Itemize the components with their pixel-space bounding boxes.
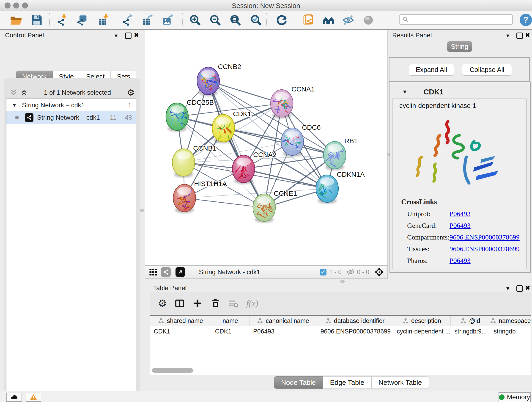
network-row-selected[interactable]: String Network – cdk1 11 48 [6, 111, 136, 124]
tab-node-table[interactable]: Node Table [274, 376, 323, 389]
houses-icon[interactable] [323, 14, 335, 26]
network-type-icon [25, 113, 33, 122]
table-panel-close-icon[interactable]: ✖ [525, 284, 530, 292]
control-panel-close-icon[interactable]: ✖ [134, 32, 139, 39]
table-panel-menu-icon[interactable]: ▾ [506, 285, 509, 292]
fit-crosshair-icon[interactable] [374, 267, 384, 277]
add-column-icon[interactable] [192, 298, 203, 308]
import-table-icon[interactable] [98, 14, 110, 26]
hidden-eye-slash-icon[interactable] [346, 268, 355, 276]
network-node-CDK1[interactable]: CDK1 [212, 110, 251, 143]
results-panel-close-icon[interactable]: ✖ [525, 32, 530, 39]
selected-checkbox-icon[interactable]: ✓ [320, 269, 326, 275]
network-canvas[interactable]: CCNB2CCNA1CDC25BCDK1CDC6RB1CCNB1CCNA2CDK… [145, 30, 388, 265]
node-label: HIST1H1A [194, 180, 227, 187]
network-selection-status: 1 of 1 Network selected [28, 89, 127, 96]
help-button[interactable]: ? [520, 14, 532, 26]
node-label: CCNA1 [291, 85, 315, 93]
collection-expand-arrow-icon[interactable]: ▼ [12, 102, 17, 108]
table-cell[interactable]: stringdb [490, 328, 531, 335]
network-list-gear-icon[interactable]: ⚙ [127, 88, 135, 98]
table-row[interactable]: CDK1CDK1P064939606.ENSP00000378699cyclin… [150, 326, 531, 337]
network-file-icon[interactable] [303, 14, 315, 26]
network-node-CCNE1[interactable]: CCNE1 [253, 190, 297, 223]
crosslink-link[interactable]: P06493 [450, 257, 471, 264]
column-header-canonical-name[interactable]: canonical name [249, 316, 317, 326]
crosslink-link[interactable]: P06493 [450, 210, 471, 218]
view-network-icon[interactable] [161, 267, 171, 277]
search-box[interactable] [399, 14, 513, 25]
cloud-status-button[interactable] [6, 393, 22, 402]
control-panel-menu-icon[interactable]: ▾ [114, 32, 118, 39]
results-panel-menu-icon[interactable]: ▾ [506, 32, 509, 39]
export-image-icon[interactable] [163, 14, 175, 26]
table-header-row: shared namenamecanonical namedatabase id… [150, 316, 531, 326]
tab-edge-table[interactable]: Edge Table [323, 376, 371, 389]
node-label: CCNA2 [253, 151, 277, 158]
network-graph[interactable]: CCNB2CCNA1CDC25BCDK1CDC6RB1CCNB1CCNA2CDK… [145, 30, 387, 265]
crosslink-link[interactable]: 9606.ENSP00000378699 [450, 245, 520, 253]
export-network-icon[interactable] [122, 14, 134, 26]
collapse-all-chevrons-icon[interactable] [10, 89, 17, 96]
zoom-selected-icon[interactable] [250, 14, 262, 26]
search-input[interactable] [409, 16, 506, 23]
table-horizontal-scrollbar[interactable] [152, 368, 193, 373]
results-panel-title: Results Panel [392, 32, 432, 39]
column-header-@id[interactable]: @id [451, 316, 490, 326]
tab-string[interactable]: String [447, 41, 472, 52]
network-view-title: String Network - cdk1 [199, 268, 260, 276]
zoom-fit-icon[interactable] [230, 14, 241, 26]
left-splitter-handle[interactable] [140, 209, 144, 212]
save-session-icon[interactable] [31, 14, 43, 26]
gene-header[interactable]: ▼ CDK1 [402, 86, 521, 98]
node-label: CCNE1 [274, 190, 297, 197]
zoom-in-icon[interactable] [189, 14, 201, 26]
table-cell[interactable]: 9606.ENSP00000378699 [317, 328, 393, 335]
tab-network-table[interactable]: Network Table [371, 376, 429, 389]
collapse-all-button[interactable]: Collapse All [462, 64, 512, 76]
expand-all-button[interactable]: Expand All [409, 64, 454, 76]
column-header-name[interactable]: name [211, 316, 249, 326]
gene-collapse-arrow-icon[interactable]: ▼ [402, 89, 408, 95]
delete-column-icon[interactable] [210, 298, 220, 308]
network-edge[interactable] [184, 198, 264, 208]
table-cell[interactable]: CDK1 [211, 328, 249, 335]
expand-all-chevrons-icon[interactable] [20, 89, 28, 96]
column-header-shared-name[interactable]: shared name [150, 316, 211, 326]
table-cell[interactable]: P06493 [249, 328, 317, 335]
network-collection-row[interactable]: ▼ String Network – cdk1 1 [6, 99, 136, 111]
crosslink-link[interactable]: 9606.ENSP00000378699 [450, 233, 520, 241]
table-cell[interactable]: CDK1 [150, 328, 211, 335]
hide-details-eye-slash-icon[interactable] [342, 14, 354, 26]
show-columns-icon[interactable] [175, 298, 185, 308]
table-cell[interactable]: stringdb:9... [451, 328, 490, 335]
view-grid-icon[interactable] [149, 268, 158, 277]
import-network-file-icon[interactable] [57, 14, 69, 26]
network-node-RB1[interactable]: RB1 [323, 137, 358, 170]
table-panel-float-icon[interactable] [516, 285, 523, 292]
network-node-CCNA2[interactable]: CCNA2 [232, 151, 277, 184]
crosslink-link[interactable]: P06493 [450, 222, 471, 230]
column-header-database-identifier[interactable]: database identifier [317, 316, 393, 326]
memory-status-dot [499, 395, 505, 400]
node-label: CCNB1 [193, 144, 216, 152]
refresh-icon[interactable] [276, 14, 288, 26]
import-network-database-icon[interactable] [76, 14, 89, 26]
table-gear-icon[interactable]: ⚙ [158, 298, 167, 309]
network-node-CDC6[interactable]: CDC6 [281, 123, 321, 157]
export-table-icon[interactable] [142, 14, 154, 26]
control-panel-float-icon[interactable] [125, 32, 132, 39]
results-panel-float-icon[interactable] [516, 32, 523, 39]
memory-button[interactable]: Memory [499, 392, 531, 402]
column-header-namespace[interactable]: namespace [490, 316, 531, 326]
zoom-out-icon[interactable] [209, 14, 221, 26]
detach-view-icon[interactable] [176, 267, 185, 277]
network-node-HIST1H1A[interactable]: HIST1H1A [173, 180, 227, 213]
column-header-description[interactable]: description [393, 316, 451, 326]
show-details-eye-icon[interactable] [362, 14, 374, 26]
open-session-icon[interactable] [10, 14, 22, 26]
table-cell[interactable]: cyclin-dependent ... [393, 328, 451, 335]
network-edge[interactable] [208, 81, 264, 208]
warnings-button[interactable] [26, 393, 41, 402]
network-node-CDKN1A[interactable]: CDKN1A [316, 171, 365, 204]
